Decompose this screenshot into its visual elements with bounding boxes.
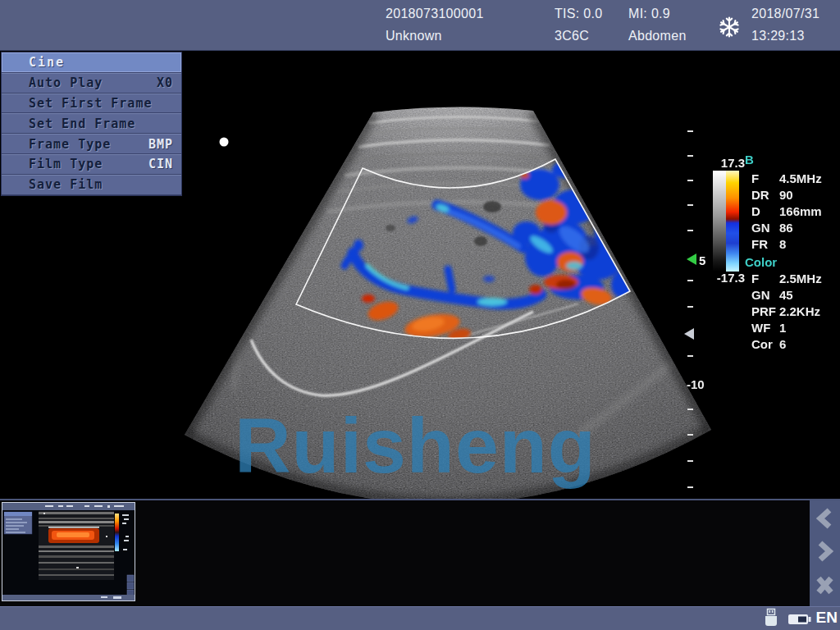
usb-icon — [763, 608, 779, 629]
grayscale-bar — [713, 171, 726, 272]
cine-menu-panel: Cine Auto Play X0 Set First Frame Set En… — [1, 52, 182, 196]
freeze-snowflake-icon — [718, 16, 741, 39]
menu-item-set-first-frame[interactable]: Set First Frame — [2, 94, 181, 114]
doppler-color-bar — [726, 171, 739, 272]
patient-name: Unknown — [386, 29, 442, 43]
filmstrip-nav — [810, 500, 840, 606]
watermark-text: Ruisheng — [235, 402, 596, 489]
tis-readout: TIS: 0.0 — [555, 7, 602, 21]
menu-item-frame-type[interactable]: Frame Type BMP — [2, 134, 181, 154]
b-mode-title: B — [745, 153, 754, 167]
menu-item-set-end-frame[interactable]: Set End Frame — [2, 113, 181, 134]
focus-marker[interactable] — [687, 253, 696, 265]
param-row: GN86 — [751, 221, 840, 235]
patient-id: 2018073100001 — [386, 7, 484, 21]
param-row: D166mm — [751, 204, 840, 218]
color-mode-title: Color — [745, 255, 777, 269]
title-bar: 2018073100001 Unknown TIS: 0.0 3C6C MI: … — [0, 0, 840, 51]
param-row: GN45 — [751, 288, 840, 302]
mi-readout: MI: 0.9 — [628, 7, 670, 21]
thumbnail-filmstrip — [0, 500, 840, 606]
menu-item-auto-play[interactable]: Auto Play X0 — [2, 73, 181, 94]
param-row: FR8 — [751, 237, 840, 251]
ultrasound-system-screen: 2018073100001 Unknown TIS: 0.0 3C6C MI: … — [0, 0, 840, 630]
menu-header-cine[interactable]: Cine — [2, 52, 181, 73]
thumbnail-prev-button[interactable] — [820, 510, 829, 527]
cine-thumbnail[interactable] — [2, 502, 135, 601]
param-row: F4.5MHz — [751, 171, 840, 185]
velocity-scale-max: 17.3 — [707, 156, 745, 170]
exam-preset: Abdomen — [628, 29, 687, 43]
param-row: F2.5MHz — [751, 272, 840, 285]
probe-name: 3C6C — [555, 29, 589, 43]
param-row: DR90 — [751, 188, 840, 202]
param-row: WF1 — [751, 321, 840, 335]
ultrasound-image: Ruisheng — [182, 102, 725, 550]
tgc-marker[interactable] — [684, 328, 694, 340]
thumbnail-delete-button[interactable] — [819, 578, 831, 592]
cursor-dot[interactable] — [220, 138, 229, 147]
param-row: PRF2.2KHz — [751, 304, 840, 318]
time-display: 13:29:13 — [751, 29, 805, 43]
battery-icon — [788, 613, 812, 626]
language-indicator[interactable]: EN — [816, 609, 838, 627]
date-display: 2018/07/31 — [751, 7, 819, 21]
thumbnail-preview-image — [2, 503, 135, 600]
menu-item-film-type[interactable]: Film Type CIN — [2, 154, 181, 175]
menu-item-save-film[interactable]: Save Film — [2, 175, 181, 195]
param-row: Cor6 — [751, 337, 840, 351]
velocity-scale-min: -17.3 — [702, 271, 745, 285]
focus-depth-value: 5 — [699, 253, 705, 267]
status-bar: EN — [0, 606, 840, 630]
thumbnail-next-button[interactable] — [820, 543, 829, 559]
depth-label: -10 — [687, 377, 705, 391]
